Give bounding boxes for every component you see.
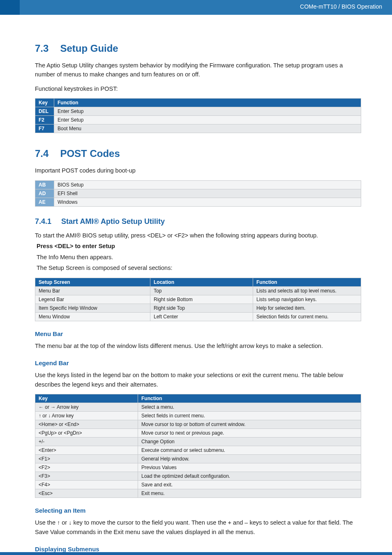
heading-title: POST Codes xyxy=(60,148,120,159)
cell: <F3> xyxy=(35,472,138,481)
heading-title: Setup Guide xyxy=(60,43,118,54)
paragraph: Use the ↑ or ↓ key to move the cursor to… xyxy=(35,518,361,537)
cell-desc: BIOS Setup xyxy=(54,180,361,189)
cell: Move cursor to top or bottom of current … xyxy=(138,420,361,429)
cell: <Esc> xyxy=(35,489,138,498)
paragraph: The Aptio Setup Utility changes system b… xyxy=(35,61,361,79)
table-row: <F4>Save and exit. xyxy=(35,481,361,489)
cell: ← or → Arrow key xyxy=(35,403,138,412)
post-keystrokes-table: Key Function DEL Enter Setup F2 Enter Se… xyxy=(35,98,361,133)
table-row: <F2>Previous Values xyxy=(35,463,361,472)
cell: <F1> xyxy=(35,455,138,463)
table-row: ← or → Arrow keySelect a menu. xyxy=(35,403,361,412)
table-row: AE Windows xyxy=(35,198,361,206)
cell: Exit menu. xyxy=(138,489,361,498)
th: Function xyxy=(138,394,361,403)
cell: +/- xyxy=(35,438,138,446)
subheading-legend-bar: Legend Bar xyxy=(35,359,361,366)
cell-code: AB xyxy=(35,180,54,189)
cell-function: Boot Menu xyxy=(54,124,361,133)
cell: Right side Top xyxy=(150,304,253,312)
table-row: <Enter>Execute command or select submenu… xyxy=(35,446,361,455)
table-row: <F1>General Help window. xyxy=(35,455,361,463)
paragraph: To start the AMI® BIOS setup utility, pr… xyxy=(35,231,361,240)
cell-code: AE xyxy=(35,198,54,206)
cell: ↑ or ↓ Arrow key xyxy=(35,412,138,420)
header-title: COMe-mTT10 / BIOS Operation xyxy=(300,3,382,10)
cell: <Home> or <End> xyxy=(35,420,138,429)
cell: Load the optimized default configuration… xyxy=(138,472,361,481)
table-row: AD EFI Shell xyxy=(35,189,361,198)
table-row: Menu Bar Top Lists and selects all top l… xyxy=(35,286,361,295)
th-key: Key xyxy=(35,99,54,107)
table-header-row: Key Function xyxy=(35,394,361,403)
th: Setup Screen xyxy=(35,278,150,286)
cell: Previous Values xyxy=(138,463,361,472)
section-7-4-1-heading: 7.4.1 Start AMI® Aptio Setup Utility xyxy=(35,217,361,226)
cell: Select a menu. xyxy=(138,403,361,412)
paragraph: Use the keys listed in the legend bar on… xyxy=(35,371,361,389)
setup-screen-table: Setup Screen Location Function Menu Bar … xyxy=(35,278,361,321)
th: Key xyxy=(35,394,138,403)
heading-number: 7.4 xyxy=(35,148,48,159)
paragraph: Functional keystrokes in POST: xyxy=(35,84,361,93)
cell-key: F7 xyxy=(35,124,54,133)
table-row: Item Specific Help Window Right side Top… xyxy=(35,304,361,312)
table-row: ↑ or ↓ Arrow keySelect fields in current… xyxy=(35,412,361,420)
section-7-4-heading: 7.4 POST Codes xyxy=(35,148,361,159)
paragraph-bold: Press <DEL> to enter Setup xyxy=(35,242,361,251)
cell-key: DEL xyxy=(35,107,54,116)
paragraph: Important POST codes during boot-up xyxy=(35,166,361,175)
th-function: Function xyxy=(54,99,361,107)
paragraph: The Info Menu then appears. xyxy=(35,253,361,262)
table-row: <F3>Load the optimized default configura… xyxy=(35,472,361,481)
content: 7.3 Setup Guide The Aptio Setup Utility … xyxy=(0,15,392,555)
cell: Save and exit. xyxy=(138,481,361,489)
cell: Item Specific Help Window xyxy=(35,304,150,312)
header-tab xyxy=(0,0,20,15)
cell: Help for selected item. xyxy=(253,304,361,312)
cell: Lists setup navigation keys. xyxy=(253,295,361,304)
table-row: F2 Enter Setup xyxy=(35,116,361,124)
cell: Right side Bottom xyxy=(150,295,253,304)
section-7-3-heading: 7.3 Setup Guide xyxy=(35,43,361,54)
footer-bar: 54 xyxy=(0,552,392,555)
table-row: AB BIOS Setup xyxy=(35,180,361,189)
cell-desc: EFI Shell xyxy=(54,189,361,198)
cell-key: F2 xyxy=(35,116,54,124)
paragraph: The Setup Screen is composed of several … xyxy=(35,263,361,272)
subheading-menu-bar: Menu Bar xyxy=(35,330,361,337)
th: Location xyxy=(150,278,253,286)
table-row: DEL Enter Setup xyxy=(35,107,361,116)
heading-number: 7.3 xyxy=(35,43,48,54)
table-row: Menu Window Left Center Selection fields… xyxy=(35,312,361,321)
cell: <F4> xyxy=(35,481,138,489)
cell: General Help window. xyxy=(138,455,361,463)
post-codes-table: AB BIOS Setup AD EFI Shell AE Windows xyxy=(35,180,361,207)
cell: Menu Bar xyxy=(35,286,150,295)
legend-keys-table: Key Function ← or → Arrow keySelect a me… xyxy=(35,394,361,498)
cell-function: Enter Setup xyxy=(54,107,361,116)
table-row: <Home> or <End>Move cursor to top or bot… xyxy=(35,420,361,429)
cell-desc: Windows xyxy=(54,198,361,206)
cell: Selection fields for current menu. xyxy=(253,312,361,321)
table-header-row: Key Function xyxy=(35,99,361,107)
cell: Execute command or select submenu. xyxy=(138,446,361,455)
heading-title: Start AMI® Aptio Setup Utility xyxy=(61,217,165,226)
cell-code: AD xyxy=(35,189,54,198)
th: Function xyxy=(253,278,361,286)
cell: Select fields in current menu. xyxy=(138,412,361,420)
cell: Left Center xyxy=(150,312,253,321)
table-row: Legend Bar Right side Bottom Lists setup… xyxy=(35,295,361,304)
subheading-displaying-submenus: Displaying Submenus xyxy=(35,546,361,553)
cell: Lists and selects all top level menus. xyxy=(253,286,361,295)
cell: Legend Bar xyxy=(35,295,150,304)
header-bar: COMe-mTT10 / BIOS Operation xyxy=(0,0,392,15)
cell-function: Enter Setup xyxy=(54,116,361,124)
heading-number: 7.4.1 xyxy=(35,217,51,226)
table-row: +/-Change Option xyxy=(35,438,361,446)
cell: <F2> xyxy=(35,463,138,472)
table-row: F7 Boot Menu xyxy=(35,124,361,133)
cell: Top xyxy=(150,286,253,295)
cell: <PgUp> or <PgDn> xyxy=(35,429,138,438)
